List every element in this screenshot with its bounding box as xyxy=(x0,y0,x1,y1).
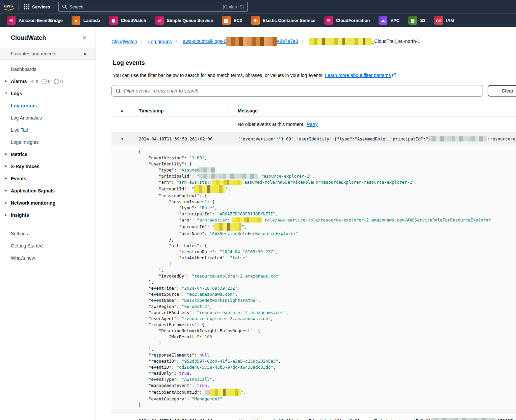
sidebar-item-logs-insights[interactable]: Logs Insights xyxy=(0,136,96,148)
sidebar-item-alarms[interactable]: ▶Alarms⚠0✓0…0 xyxy=(0,75,96,87)
favorite-service-ec2[interactable]: ▣EC2 xyxy=(219,14,247,27)
redacted-value xyxy=(194,185,225,193)
collapse-row-icon[interactable]: ▼ xyxy=(111,137,133,141)
alarm-status-badges: ⚠0✓0…0 xyxy=(30,79,62,84)
chevron-right-icon[interactable]: ▶ xyxy=(5,213,7,216)
json-line: "creationDate": "2024-04-18T09:39:23Z", xyxy=(138,249,516,255)
clear-button[interactable]: Clear xyxy=(488,85,516,97)
chevron-right-icon[interactable]: ▶ xyxy=(5,152,7,156)
json-token: , xyxy=(243,390,246,395)
favorite-service-iam[interactable]: A≡IAM xyxy=(432,14,459,27)
message-column-header[interactable]: Message xyxy=(228,108,516,113)
json-token: : xyxy=(192,217,197,222)
redacted-value xyxy=(232,217,262,222)
expand-all-icon[interactable]: ▶ xyxy=(111,109,133,113)
sidebar-item-insights[interactable]: ▶Insights xyxy=(0,209,96,221)
redacted-principal-id xyxy=(431,418,495,420)
favorite-service-elastic-container-service[interactable]: ❖Elastic Container Service xyxy=(248,14,320,27)
json-token: "arn" xyxy=(159,180,172,185)
json-token: "eventTime" xyxy=(149,286,177,291)
chevron-right-icon[interactable]: ▶ xyxy=(5,177,7,180)
sidebar-item-getting-started[interactable]: Getting Started xyxy=(0,240,96,252)
favorite-service-simple-queue-service[interactable]: ⇌Simple Queue Service xyxy=(152,14,218,27)
json-token: "readOnly" xyxy=(149,371,174,376)
lambda-icon: λ xyxy=(72,16,80,25)
alarm-badge: …0 xyxy=(54,79,63,84)
favorite-service-vpc[interactable]: ☁VPC xyxy=(376,14,404,27)
sidebar-item-what-s-new[interactable]: What's new xyxy=(0,252,96,264)
sqs-icon: ⇌ xyxy=(155,16,164,25)
favorite-service-cloudformation[interactable]: ≣CloudFormation xyxy=(321,14,375,27)
json-token: resource-explorer-2" xyxy=(258,174,312,179)
sidebar-item-settings[interactable]: Settings xyxy=(0,228,96,240)
sidebar-item-log-groups[interactable]: Log groups xyxy=(0,100,96,112)
sidebar-item-label: Dashboards xyxy=(11,67,36,72)
sidebar-item-x-ray-traces[interactable]: ▶X-Ray traces xyxy=(0,160,96,173)
breadcrumb-log-group-name[interactable]: aws-cloudtrail-logs-0e8b7e7a8 xyxy=(183,37,298,46)
cloudwatch-icon: ◉ xyxy=(109,16,118,25)
json-line: "eventType": "AwsApiCall", xyxy=(138,376,516,383)
log-event-row-expanded[interactable]: ▼ 2024-04-18T11:39:50.261+02:00 {"eventV… xyxy=(111,132,516,146)
sidebar-close-icon[interactable]: ✕ xyxy=(82,35,87,41)
cloudwatch-sidebar: CloudWatch ✕ Favorites and recents ▶ Das… xyxy=(0,27,96,420)
json-token: : { xyxy=(197,322,205,327)
chevron-right-icon[interactable]: ▶ xyxy=(5,201,7,204)
sidebar-item-favorites-and-recents[interactable]: Favorites and recents ▶ xyxy=(0,48,96,60)
sidebar-item-dashboards[interactable]: Dashboards xyxy=(0,63,96,75)
sidebar-item-log-anomalies[interactable]: Log Anomalies xyxy=(0,112,96,124)
timestamp-column-header[interactable]: Timestamp xyxy=(133,105,228,116)
redacted-value xyxy=(210,389,241,396)
json-token: "userName" xyxy=(179,231,204,236)
breadcrumb-log-groups[interactable]: Log groups xyxy=(148,39,172,44)
json-token: , xyxy=(415,180,417,185)
sidebar-item-events[interactable]: ▶Events xyxy=(0,173,96,185)
chevron-right-icon[interactable]: ▶ xyxy=(5,79,7,83)
json-token: : xyxy=(177,286,182,291)
favorite-service-lambda[interactable]: λLambda xyxy=(69,14,105,27)
sidebar-item-application-signals[interactable]: ▶Application Signals xyxy=(0,185,96,197)
favorite-service-label: CloudFormation xyxy=(336,18,370,23)
log-events-table: ▶ Timestamp Message No older events at t… xyxy=(111,105,516,420)
redacted-value xyxy=(212,180,242,185)
json-token: "accountId" xyxy=(179,224,207,229)
sidebar-item-live-tail[interactable]: Live Tail xyxy=(0,124,96,136)
check-circle-icon: ✓ xyxy=(42,79,47,84)
json-token: : xyxy=(194,205,199,210)
chevron-right-icon[interactable]: ▶ xyxy=(5,189,7,192)
breadcrumb-cloudwatch[interactable]: CloudWatch xyxy=(111,39,137,44)
filter-events-input[interactable]: Filter events - press enter to search xyxy=(111,85,483,97)
json-token: "dd26de46-5738-45b5-97dd-a6435adc33dc" xyxy=(177,365,273,370)
sidebar-item-label: Log Anomalies xyxy=(11,115,42,121)
json-line: "arn": "arn:aws:sts:::assumed-role/AWSSe… xyxy=(138,179,516,185)
sidebar-item-label: Settings xyxy=(11,231,28,236)
sidebar-item-network-monitoring[interactable]: ▶Network monitoring xyxy=(0,197,96,209)
favorite-service-s3[interactable]: ▤S3 xyxy=(406,14,430,27)
retry-link[interactable]: Retry xyxy=(307,122,318,127)
sidebar-divider xyxy=(0,224,96,224)
favorite-service-amazon-eventbridge[interactable]: ✳Amazon EventBridge xyxy=(4,14,68,27)
json-token: , xyxy=(276,249,278,254)
json-token: , xyxy=(207,383,210,388)
services-menu-button[interactable]: Services xyxy=(19,0,56,14)
aws-logo[interactable]: aws xyxy=(0,0,18,14)
json-token: "1.09" xyxy=(189,155,204,160)
sidebar-item-metrics[interactable]: ▶Metrics xyxy=(0,148,96,160)
json-token: "type" xyxy=(179,205,194,210)
favorite-service-cloudwatch[interactable]: ◉CloudWatch xyxy=(106,14,151,27)
chevron-right-icon[interactable]: ▶ xyxy=(5,164,7,168)
global-search-input[interactable]: Search [Option+S] xyxy=(58,2,248,12)
json-token: , xyxy=(312,174,314,179)
json-token: , xyxy=(205,155,207,160)
chevron-down-icon[interactable]: ▼ xyxy=(5,91,8,95)
json-line: "userName": "AWSServiceRoleForResourceEx… xyxy=(138,231,516,237)
json-line: "type": "Role", xyxy=(138,205,516,211)
learn-more-link[interactable]: Learn more about filter patterns xyxy=(325,73,396,78)
log-event-row-collapsed[interactable]: ▶ 2024-04-18T11:39:50.261+02:00 {"eventV… xyxy=(111,414,516,420)
json-token: }, xyxy=(149,280,154,285)
json-token: , xyxy=(235,292,238,297)
favorite-service-label: Simple Queue Service xyxy=(167,18,213,23)
json-token: : xyxy=(212,211,217,216)
json-line: "awsRegion": "eu-west-2", xyxy=(138,304,516,310)
redacted-account-id xyxy=(226,37,277,46)
sidebar-item-logs[interactable]: ▼Logs xyxy=(0,87,96,100)
